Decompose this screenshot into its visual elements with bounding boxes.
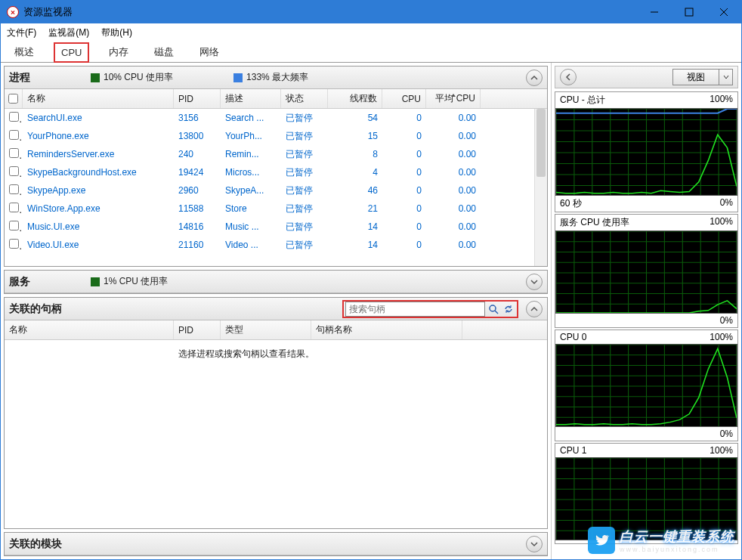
- row-checkbox[interactable]: [9, 184, 19, 194]
- handles-header[interactable]: 关联的句柄: [5, 298, 547, 320]
- tab-bar: 概述 CPU 内存 磁盘 网络: [1, 42, 741, 63]
- cell-cpu: 0: [382, 221, 426, 232]
- title-bar[interactable]: 资源监视器: [1, 1, 741, 23]
- cell-cpu: 0: [382, 149, 426, 159]
- row-checkbox[interactable]: [9, 112, 19, 122]
- table-row[interactable]: SearchUI.exe 3156 Search ... 已暂停 54 0 0.…: [5, 109, 547, 127]
- services-swatch-icon: [91, 277, 100, 286]
- row-checkbox[interactable]: [9, 148, 19, 158]
- chart-title: 服务 CPU 使用率: [560, 216, 629, 229]
- col-threads[interactable]: 线程数: [328, 89, 382, 108]
- tab-overview[interactable]: 概述: [8, 42, 40, 62]
- view-dropdown[interactable]: 视图: [672, 69, 733, 85]
- cell-name: Music.UI.exe: [23, 221, 174, 232]
- close-button[interactable]: [706, 1, 741, 23]
- table-row[interactable]: YourPhone.exe 13800 YourPh... 已暂停 15 0 0…: [5, 127, 547, 145]
- row-checkbox[interactable]: [9, 166, 19, 176]
- cell-name: SkypeApp.exe: [23, 185, 174, 196]
- handles-title: 关联的句柄: [9, 302, 62, 316]
- maximize-button[interactable]: [672, 1, 706, 23]
- tab-network[interactable]: 网络: [193, 42, 225, 62]
- table-row[interactable]: Music.UI.exe 14816 Music ... 已暂停 14 0 0.…: [5, 218, 547, 236]
- cell-threads: 8: [328, 149, 382, 159]
- cell-desc: Video ...: [221, 240, 281, 250]
- tab-cpu[interactable]: CPU: [54, 42, 89, 63]
- cell-threads: 15: [328, 131, 382, 141]
- refresh-icon[interactable]: [502, 302, 515, 316]
- col-cpu[interactable]: CPU: [382, 89, 426, 108]
- row-checkbox[interactable]: [9, 221, 19, 230]
- chevron-down-icon: [719, 70, 732, 85]
- app-icon: [7, 6, 19, 18]
- cell-name: WinStore.App.exe: [23, 203, 174, 214]
- cell-threads: 14: [328, 221, 382, 232]
- hcol-type[interactable]: 类型: [221, 320, 311, 339]
- cell-cpu: 0: [382, 131, 426, 141]
- cell-pid: 14816: [174, 221, 221, 232]
- minimize-button[interactable]: [637, 1, 672, 23]
- select-all-checkbox[interactable]: [8, 94, 18, 104]
- cell-name: YourPhone.exe: [23, 131, 174, 141]
- chart-bottom-right: 0%: [720, 315, 733, 326]
- row-checkbox[interactable]: [9, 239, 19, 249]
- hcol-name[interactable]: 名称: [5, 320, 174, 339]
- expand-modules-button[interactable]: [526, 536, 543, 552]
- menu-help[interactable]: 帮助(H): [101, 26, 132, 39]
- processes-header[interactable]: 进程 10% CPU 使用率 133% 最大频率: [5, 67, 547, 89]
- menu-monitor[interactable]: 监视器(M): [48, 26, 89, 39]
- table-row[interactable]: SkypeApp.exe 2960 SkypeA... 已暂停 46 0 0.0…: [5, 181, 547, 200]
- services-cpu-text: 1% CPU 使用率: [104, 275, 168, 288]
- cell-avg: 0.00: [426, 240, 481, 250]
- cell-avg: 0.00: [426, 167, 481, 178]
- cell-avg: 0.00: [426, 113, 481, 123]
- chart-block: 服务 CPU 使用率100% 0%: [555, 214, 738, 328]
- table-row[interactable]: Video.UI.exe 21160 Video ... 已暂停 14 0 0.…: [5, 236, 547, 254]
- collapse-sidebar-button[interactable]: [560, 69, 577, 85]
- processes-scrollbar[interactable]: [534, 109, 547, 266]
- cell-desc: SkypeA...: [221, 185, 281, 196]
- cell-pid: 11588: [174, 203, 221, 214]
- cell-threads: 21: [328, 203, 382, 214]
- hcol-pid[interactable]: PID: [174, 320, 221, 339]
- chart-canvas: [555, 108, 737, 196]
- max-freq-swatch-icon: [233, 73, 243, 82]
- search-handles-container: [342, 300, 518, 318]
- cell-avg: 0.00: [426, 185, 481, 196]
- cell-name: Video.UI.exe: [23, 240, 174, 250]
- col-avg-cpu[interactable]: 平均 CPU: [426, 89, 481, 108]
- search-icon[interactable]: [487, 302, 500, 316]
- menu-bar: 文件(F) 监视器(M) 帮助(H): [1, 23, 741, 42]
- menu-file[interactable]: 文件(F): [7, 26, 36, 39]
- chart-title: CPU 0: [560, 332, 586, 342]
- row-checkbox[interactable]: [9, 130, 19, 140]
- cell-pid: 2960: [174, 185, 221, 196]
- collapse-processes-button[interactable]: [526, 70, 543, 86]
- col-name[interactable]: 名称: [23, 89, 174, 108]
- col-pid[interactable]: PID: [174, 89, 221, 108]
- tab-disk[interactable]: 磁盘: [148, 42, 180, 62]
- table-row[interactable]: RemindersServer.exe 240 Remin... 已暂停 8 0…: [5, 145, 547, 163]
- handles-panel: 关联的句柄 名称 PID 类型 句柄名称 选择进程或搜索句柄以查看结果。: [4, 297, 548, 529]
- hcol-handle-name[interactable]: 句柄名称: [311, 320, 462, 339]
- row-checkbox[interactable]: [9, 203, 19, 212]
- cell-name: SearchUI.exe: [23, 113, 174, 123]
- table-row[interactable]: SkypeBackgroundHost.exe 19424 Micros... …: [5, 163, 547, 181]
- tab-memory[interactable]: 内存: [103, 42, 134, 62]
- cell-status: 已暂停: [281, 112, 328, 125]
- cell-cpu: 0: [382, 113, 426, 123]
- cell-cpu: 0: [382, 240, 426, 250]
- modules-header[interactable]: 关联的模块: [5, 533, 547, 555]
- expand-services-button[interactable]: [526, 274, 543, 290]
- chart-block: CPU 0100% 0%: [555, 330, 738, 441]
- watermark: 白云一键重装系统 www.baiyunxitong.com: [588, 527, 734, 554]
- cell-name: SkypeBackgroundHost.exe: [23, 167, 174, 178]
- collapse-handles-button[interactable]: [526, 301, 543, 317]
- col-status[interactable]: 状态: [281, 89, 328, 108]
- table-row[interactable]: WinStore.App.exe 11588 Store 已暂停 21 0 0.…: [5, 200, 547, 218]
- services-header[interactable]: 服务 1% CPU 使用率: [5, 271, 547, 293]
- cell-desc: Micros...: [221, 167, 281, 178]
- search-handles-input[interactable]: [345, 302, 485, 317]
- chart-bottom-right: 0%: [720, 197, 733, 210]
- col-desc[interactable]: 描述: [221, 89, 281, 108]
- processes-table: 名称 PID 描述 状态 线程数 CPU 平均 CPU SearchUI.exe…: [5, 89, 547, 266]
